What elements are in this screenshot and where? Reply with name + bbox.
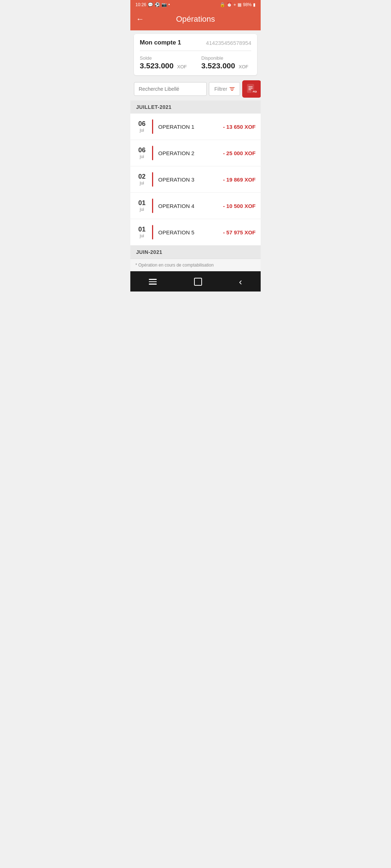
op-date: 02 jui [135,173,148,186]
disponible-value: 3.523.000 XOF [201,61,248,70]
account-row: Mon compte 1 414235456578954 [140,39,251,51]
op-date: 06 jui [135,147,148,159]
op-divider [152,199,153,213]
operation-item[interactable]: 06 jui OPERATION 1 - 13 650 XOF [130,114,261,140]
op-label: OPERATION 1 [158,124,223,130]
op-day: 06 [135,147,148,154]
op-day: 01 [135,200,148,207]
op-divider [152,172,153,187]
signal-icon: ▦ [237,2,241,7]
status-bar: 10:26 💬 ⚽ 📷 • 🔒 ⏰ ⌖ ▦ 98% ▮ [130,0,261,9]
back-button[interactable]: ← [136,14,144,24]
footer-note: * Opération en cours de comptabilisation [130,259,261,271]
operation-item[interactable]: 01 jui OPERATION 4 - 10 500 XOF [130,193,261,219]
nav-menu-button[interactable] [142,277,164,286]
op-label: OPERATION 5 [158,229,223,235]
battery-percent: 98% [243,2,252,7]
filter-label: Filtrer [214,86,227,92]
op-amount: - 13 650 XOF [223,124,256,130]
photo-icon: 📷 [161,2,167,7]
op-day: 01 [135,226,148,233]
search-input[interactable] [134,82,207,96]
account-name: Mon compte 1 [140,39,181,46]
status-time: 10:26 [135,2,146,7]
op-month: jui [135,233,148,238]
solde-block: Solde 3.523.000 XOF [140,55,187,70]
op-day: 02 [135,173,148,180]
op-month: jui [135,128,148,133]
balance-row: Solde 3.523.000 XOF Disponible 3.523.000… [140,55,251,70]
pdf-button[interactable]: PDF [242,80,261,98]
op-divider [152,225,153,239]
op-month: jui [135,154,148,159]
operation-item[interactable]: 01 jui OPERATION 5 - 57 975 XOF [130,219,261,246]
disponible-block: Disponible 3.523.000 XOF [201,55,248,70]
page-title: Opérations [150,14,241,24]
solde-value: 3.523.000 XOF [140,61,187,70]
operations-container: JUILLET-2021 06 jui OPERATION 1 - 13 650… [130,101,261,259]
search-row: Filtrer PDF [130,77,261,101]
menu-icon [149,279,157,285]
op-date: 01 jui [135,226,148,238]
status-left: 10:26 💬 ⚽ 📷 • [135,2,170,7]
month-header: JUILLET-2021 [130,101,261,114]
op-amount: - 19 869 XOF [223,176,256,183]
back-icon: ‹ [239,277,242,286]
filter-icon [230,87,235,91]
month-header: JUIN-2021 [130,246,261,259]
whatsapp-icon: 💬 [148,2,153,7]
filter-button[interactable]: Filtrer [209,82,240,96]
op-month: jui [135,180,148,186]
nav-home-button[interactable] [187,276,209,287]
solde-label: Solde [140,55,187,61]
account-number: 414235456578954 [206,40,251,46]
alarm-icon: ⏰ [227,2,232,7]
account-card: Mon compte 1 414235456578954 Solde 3.523… [134,34,257,75]
operations-list: 06 jui OPERATION 1 - 13 650 XOF 06 jui O… [130,114,261,246]
pdf-icon: PDF [247,84,257,94]
lock-icon: 🔒 [220,2,225,7]
status-right: 🔒 ⏰ ⌖ ▦ 98% ▮ [220,2,256,7]
op-day: 06 [135,120,148,128]
bottom-nav: ‹ [130,271,261,292]
op-divider [152,146,153,160]
svg-text:PDF: PDF [253,90,257,93]
battery-icon: ▮ [253,2,256,7]
operation-item[interactable]: 02 jui OPERATION 3 - 19 869 XOF [130,166,261,193]
nav-back-button[interactable]: ‹ [232,276,249,288]
op-month: jui [135,207,148,212]
dot-icon: • [168,2,170,7]
op-label: OPERATION 2 [158,150,223,156]
operation-item[interactable]: 06 jui OPERATION 2 - 25 000 XOF [130,140,261,166]
op-amount: - 57 975 XOF [223,229,256,235]
op-divider [152,119,153,134]
disponible-label: Disponible [201,55,248,61]
op-date: 06 jui [135,120,148,133]
op-label: OPERATION 3 [158,176,223,183]
op-label: OPERATION 4 [158,203,223,209]
home-icon [194,278,202,286]
op-amount: - 10 500 XOF [223,203,256,209]
op-date: 01 jui [135,200,148,212]
soccer-icon: ⚽ [155,2,160,7]
wifi-icon: ⌖ [234,2,236,7]
op-amount: - 25 000 XOF [223,150,256,156]
header: ← Opérations [130,9,261,30]
